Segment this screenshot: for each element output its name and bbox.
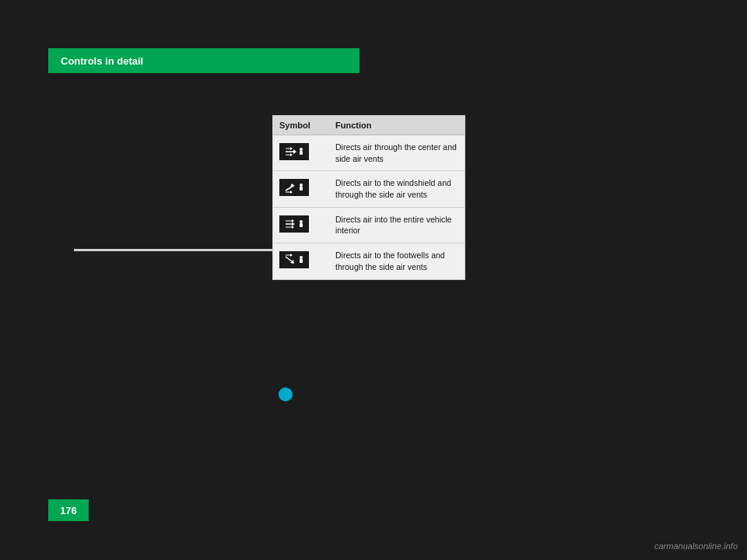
background <box>0 0 747 560</box>
svg-point-26 <box>300 256 303 259</box>
symbol-cell-2 <box>279 177 335 196</box>
airflow-icon-4 <box>279 251 309 268</box>
svg-marker-25 <box>290 254 293 257</box>
col-symbol-header: Symbol <box>279 121 335 130</box>
function-text-3: Directs air into the entire vehicle inte… <box>335 214 458 236</box>
svg-marker-17 <box>292 222 295 226</box>
svg-marker-11 <box>290 191 293 194</box>
col-function-header: Function <box>335 121 458 130</box>
page-number: 176 <box>60 505 77 516</box>
table-row: Directs air through the center and side … <box>273 135 465 171</box>
header-title: Controls in detail <box>61 55 143 67</box>
airflow-icon-3 <box>279 215 309 233</box>
svg-rect-7 <box>300 151 303 155</box>
svg-marker-5 <box>290 153 293 156</box>
header-bar: Controls in detail <box>48 48 359 73</box>
svg-marker-9 <box>290 184 295 187</box>
svg-point-20 <box>300 220 303 223</box>
table-header: Symbol Function <box>273 116 465 135</box>
svg-rect-13 <box>300 187 303 191</box>
svg-marker-3 <box>290 147 293 150</box>
function-text-2: Directs air to the windshield and throug… <box>335 177 458 200</box>
symbol-cell-4 <box>279 250 335 268</box>
airflow-table: Symbol Function Directs air th <box>272 115 465 280</box>
symbol-cell-3 <box>279 214 335 233</box>
svg-rect-27 <box>300 259 303 263</box>
table-row: Directs air to the footwells and through… <box>273 243 465 278</box>
page-number-box: 176 <box>48 499 89 521</box>
blue-indicator-dot <box>279 387 293 401</box>
svg-point-12 <box>300 184 303 187</box>
function-text-1: Directs air through the center and side … <box>335 142 458 164</box>
airflow-icon-1 <box>279 143 309 160</box>
watermark: carmanualsonline.info <box>654 541 738 551</box>
horizontal-divider <box>74 249 272 251</box>
airflow-icon-2 <box>279 179 309 196</box>
svg-line-8 <box>286 186 293 191</box>
svg-marker-15 <box>292 219 294 222</box>
table-row: Directs air into the entire vehicle inte… <box>273 208 465 243</box>
svg-marker-19 <box>292 226 294 229</box>
svg-line-22 <box>286 257 292 261</box>
function-text-4: Directs air to the footwells and through… <box>335 250 458 272</box>
svg-marker-1 <box>293 149 296 154</box>
svg-rect-21 <box>300 223 303 227</box>
table-row: Directs air to the windshield and throug… <box>273 171 465 207</box>
symbol-cell-1 <box>279 142 335 160</box>
svg-point-6 <box>300 148 303 151</box>
